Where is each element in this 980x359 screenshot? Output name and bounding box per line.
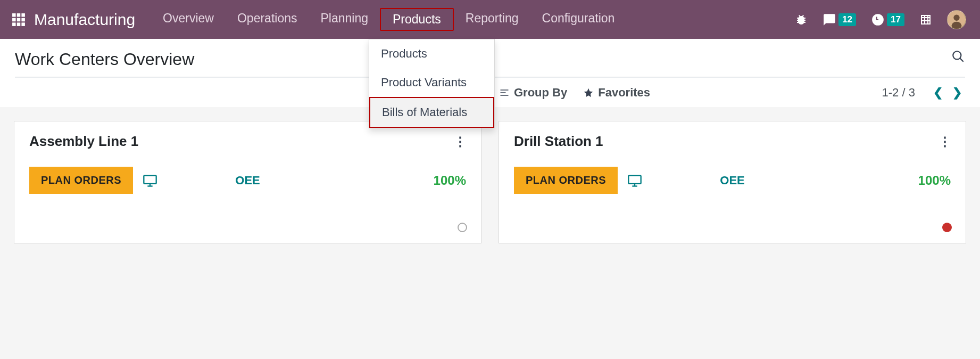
nav-icons: 12 17	[795, 10, 969, 29]
pager-prev-icon[interactable]: ❮	[930, 86, 946, 99]
menu-operations[interactable]: Operations	[226, 8, 309, 31]
kebab-icon[interactable]: ⋮	[939, 134, 951, 149]
main-menu: Overview Operations Planning Products Re…	[151, 8, 795, 31]
card-title: Assembly Line 1	[29, 133, 138, 150]
svg-rect-0	[12, 13, 16, 17]
menu-planning[interactable]: Planning	[309, 8, 380, 31]
messages-badge: 12	[838, 13, 856, 26]
apps-icon[interactable]	[11, 13, 27, 27]
dropdown-products[interactable]: Products	[369, 39, 494, 68]
products-dropdown: Products Product Variants Bills of Mater…	[369, 39, 495, 128]
plan-orders-button[interactable]: PLAN ORDERS	[514, 167, 618, 194]
pager-text: 1-2 / 3	[882, 86, 915, 100]
dropdown-bom[interactable]: Bills of Materials	[369, 97, 494, 128]
favorites-button[interactable]: Favorites	[583, 86, 650, 100]
menu-overview[interactable]: Overview	[151, 8, 226, 31]
svg-point-10	[953, 14, 959, 20]
svg-rect-4	[17, 18, 21, 21]
activities-icon[interactable]: 17	[871, 13, 904, 27]
workcenter-card[interactable]: Assembly Line 1 ⋮ PLAN ORDERS OEE 100%	[14, 121, 481, 243]
svg-point-12	[953, 51, 961, 59]
avatar[interactable]	[947, 10, 966, 29]
groupby-label: Group By	[514, 86, 567, 100]
svg-rect-6	[12, 22, 16, 26]
svg-rect-2	[21, 13, 25, 17]
oee-value: 100%	[918, 173, 951, 188]
top-navbar: Manufacturing Overview Operations Planni…	[0, 0, 980, 39]
menu-reporting[interactable]: Reporting	[454, 8, 530, 31]
status-dot-icon[interactable]	[458, 223, 467, 232]
monitor-icon[interactable]	[143, 173, 157, 188]
svg-rect-3	[12, 18, 16, 21]
search-icon[interactable]	[951, 50, 965, 66]
debug-icon[interactable]	[795, 13, 808, 26]
favorites-label: Favorites	[598, 86, 650, 100]
svg-rect-1	[17, 13, 21, 17]
groupby-button[interactable]: Group By	[499, 86, 567, 100]
app-title[interactable]: Manufacturing	[34, 11, 135, 29]
company-icon[interactable]	[919, 13, 932, 26]
svg-line-13	[960, 58, 964, 62]
menu-products[interactable]: Products	[380, 8, 454, 31]
svg-rect-5	[21, 18, 25, 21]
card-title: Drill Station 1	[514, 133, 603, 150]
kebab-icon[interactable]: ⋮	[454, 134, 466, 149]
oee-link[interactable]: OEE	[720, 174, 744, 187]
messages-icon[interactable]: 12	[823, 13, 856, 27]
page-title: Work Centers Overview	[15, 50, 194, 69]
dropdown-product-variants[interactable]: Product Variants	[369, 68, 494, 97]
workcenter-card[interactable]: Drill Station 1 ⋮ PLAN ORDERS OEE 100%	[499, 121, 966, 243]
svg-rect-7	[17, 22, 21, 26]
monitor-icon[interactable]	[627, 173, 642, 188]
activities-badge: 17	[887, 13, 904, 26]
plan-orders-button[interactable]: PLAN ORDERS	[29, 167, 133, 194]
oee-value: 100%	[434, 173, 466, 188]
svg-rect-14	[144, 175, 156, 183]
svg-rect-17	[628, 175, 641, 183]
status-dot-icon[interactable]	[942, 223, 952, 232]
pager-next-icon[interactable]: ❯	[949, 86, 965, 99]
menu-configuration[interactable]: Configuration	[530, 8, 627, 31]
oee-link[interactable]: OEE	[235, 174, 260, 187]
svg-rect-8	[21, 22, 25, 26]
kanban-area: Assembly Line 1 ⋮ PLAN ORDERS OEE 100% D…	[0, 107, 980, 257]
